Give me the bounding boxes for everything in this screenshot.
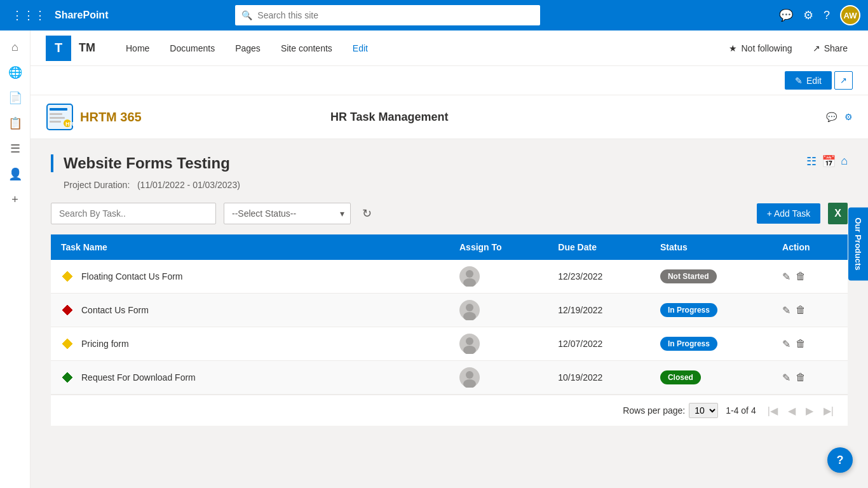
- status-badge: In Progress: [660, 303, 717, 317]
- edit-row-button[interactable]: ✎: [782, 271, 790, 283]
- sidebar-person-icon[interactable]: 👤: [4, 163, 27, 186]
- calendar-view-icon[interactable]: 📅: [822, 154, 836, 168]
- sidebar-list-icon[interactable]: ☰: [4, 137, 27, 160]
- svg-point-9: [463, 278, 476, 287]
- next-page-button[interactable]: ▶: [802, 403, 817, 418]
- pagination-total: 1-4 of 4: [726, 405, 756, 416]
- app-settings-icon[interactable]: ⚙: [844, 112, 853, 122]
- assign-to-cell: [449, 327, 548, 361]
- edit-row-button[interactable]: ✎: [782, 304, 790, 316]
- chat-icon[interactable]: 💬: [826, 112, 837, 122]
- last-page-button[interactable]: ▶|: [820, 403, 837, 418]
- task-name-text: Request For Download Form: [81, 372, 196, 383]
- avatar: [459, 300, 480, 320]
- app-logo-text: HRTM 365: [80, 110, 142, 125]
- priority-icon: [61, 371, 74, 384]
- add-task-label: + Add Task: [767, 208, 811, 219]
- svg-marker-16: [62, 372, 73, 383]
- first-page-button[interactable]: |◀: [764, 403, 782, 418]
- waffle-icon[interactable]: ⋮⋮⋮: [8, 4, 50, 26]
- status-badge: Not Started: [660, 269, 717, 283]
- not-following-button[interactable]: ★ Not following: [724, 39, 797, 57]
- prev-page-button[interactable]: ◀: [784, 403, 799, 418]
- col-due-date: Due Date: [548, 234, 650, 260]
- status-select[interactable]: --Select Status-- Not Started In Progres…: [224, 203, 351, 224]
- priority-icon: [61, 270, 74, 283]
- delete-row-button[interactable]: 🗑: [796, 338, 806, 349]
- svg-point-12: [463, 312, 476, 320]
- duration-value: (11/01/2022 - 01/03/2023): [137, 180, 240, 190]
- notifications-icon[interactable]: 💬: [779, 8, 793, 22]
- svg-point-17: [466, 371, 473, 379]
- our-products-tab[interactable]: Our Products: [848, 207, 868, 280]
- grid-view-icon[interactable]: ☷: [806, 154, 817, 168]
- edit-row-button[interactable]: ✎: [782, 338, 790, 350]
- app-header: HR HRTM 365 HR Task Management 💬 ⚙: [31, 95, 868, 139]
- not-following-label: Not following: [741, 43, 792, 53]
- due-date-cell: 12/23/2022: [548, 260, 650, 294]
- col-status: Status: [650, 234, 772, 260]
- action-cell: ✎ 🗑: [772, 260, 848, 294]
- export-excel-button[interactable]: X: [828, 203, 848, 224]
- svg-rect-1: [50, 108, 67, 111]
- nav-home[interactable]: Home: [116, 30, 159, 66]
- sidebar-note-icon[interactable]: 📋: [4, 112, 27, 135]
- edit-button[interactable]: ✎ Edit: [785, 71, 832, 90]
- due-date-cell: 10/19/2022: [548, 361, 650, 395]
- col-action: Action: [772, 234, 848, 260]
- status-cell: In Progress: [650, 327, 772, 361]
- assign-to-cell: [449, 294, 548, 327]
- view-icons: ☷ 📅 ⌂: [806, 154, 848, 168]
- page-content: Website Forms Testing ☷ 📅 ⌂ Project Dura…: [31, 139, 868, 441]
- sidebar-add-icon[interactable]: +: [4, 188, 27, 211]
- edit-label: Edit: [806, 76, 822, 86]
- table-row: Request For Download Form 10/19/2022Clos…: [51, 361, 848, 395]
- table-row: Pricing form 12/07/2022In Progress ✎ 🗑: [51, 327, 848, 361]
- action-cell: ✎ 🗑: [772, 361, 848, 395]
- col-assign-to: Assign To: [449, 234, 548, 260]
- sidebar-globe-icon[interactable]: 🌐: [4, 61, 27, 84]
- delete-row-button[interactable]: 🗑: [796, 271, 806, 282]
- nav-site-contents[interactable]: Site contents: [271, 30, 342, 66]
- site-navigation: Home Documents Pages Site contents Edit: [116, 30, 378, 66]
- sidebar-doc-icon[interactable]: 📄: [4, 86, 27, 109]
- task-name-cell: Pricing form: [51, 327, 449, 361]
- search-task-input[interactable]: [51, 203, 216, 224]
- add-task-button[interactable]: + Add Task: [757, 203, 821, 224]
- search-input[interactable]: [257, 10, 534, 20]
- refresh-button[interactable]: ↻: [358, 203, 376, 224]
- app-name: SharePoint: [55, 10, 108, 21]
- site-name: TM: [79, 41, 95, 55]
- status-select-wrapper: --Select Status-- Not Started In Progres…: [224, 203, 351, 224]
- delete-row-button[interactable]: 🗑: [796, 304, 806, 316]
- priority-icon: [61, 337, 74, 350]
- help-icon[interactable]: ?: [824, 9, 830, 22]
- svg-point-14: [466, 337, 473, 345]
- edit-row-button[interactable]: ✎: [782, 372, 790, 384]
- task-name-text: Contact Us Form: [81, 305, 149, 315]
- avatar: [459, 266, 480, 287]
- home-view-icon[interactable]: ⌂: [841, 154, 848, 168]
- share-label: Share: [824, 43, 848, 53]
- nav-documents[interactable]: Documents: [159, 30, 225, 66]
- nav-pages[interactable]: Pages: [225, 30, 271, 66]
- table-header-row: Task Name Assign To Due Date Status Acti…: [51, 234, 848, 260]
- avatar: [459, 334, 480, 354]
- share-button[interactable]: ↗ Share: [808, 39, 853, 57]
- expand-button[interactable]: ↗: [834, 71, 853, 90]
- status-cell: Closed: [650, 361, 772, 395]
- app-logo-svg: HR: [46, 103, 74, 131]
- delete-row-button[interactable]: 🗑: [796, 372, 806, 383]
- nav-edit[interactable]: Edit: [342, 30, 378, 66]
- status-badge: In Progress: [660, 337, 717, 351]
- search-bar: 🔍: [235, 5, 540, 25]
- svg-point-8: [466, 270, 473, 278]
- avatar[interactable]: AW: [840, 5, 860, 25]
- svg-point-11: [466, 304, 473, 311]
- help-fab-button[interactable]: ?: [827, 447, 853, 473]
- svg-text:HR: HR: [65, 121, 74, 127]
- sidebar-home-icon[interactable]: ⌂: [4, 36, 27, 58]
- settings-icon[interactable]: ⚙: [803, 8, 813, 22]
- rows-per-page-select[interactable]: 10 25 50: [689, 403, 718, 418]
- star-icon: ★: [729, 43, 737, 53]
